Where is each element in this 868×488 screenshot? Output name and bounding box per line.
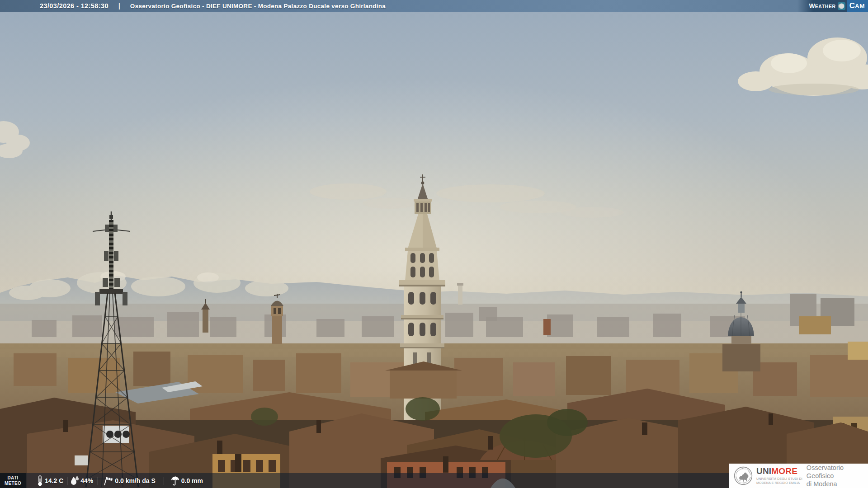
observatory-name-1: Osservatorio Geofisico — [807, 464, 868, 480]
globe-icon — [838, 2, 845, 10]
brand-uni: UNI — [756, 466, 771, 476]
temperature-value: 14.2 C — [45, 477, 63, 484]
dati-line1: DATI — [8, 475, 19, 481]
university-subtitle-2: MODENA E REGGIO EMILIA — [756, 481, 802, 485]
unimore-logo-box[interactable]: UNIMORE UNIVERSITÀ DEGLI STUDI DI MODENA… — [729, 464, 868, 488]
humidity-value: 44% — [80, 477, 93, 484]
observatory-name: Osservatorio Geofisico di Modena — [807, 464, 868, 488]
wind-reading: 0.0 km/h da S — [103, 475, 155, 486]
wind-value: 0.0 km/h da S — [115, 477, 155, 484]
top-info-bar: 23/03/2026 - 12:58:30 | Osservatorio Geo… — [0, 0, 868, 12]
windsock-icon — [103, 475, 113, 486]
divider — [164, 477, 164, 485]
cam-c: C — [849, 1, 855, 10]
university-subtitle-1: UNIVERSITÀ DEGLI STUDI DI — [756, 477, 802, 481]
observatory-name-2: di Modena — [807, 480, 868, 488]
brand-more: MORE — [771, 466, 797, 476]
unimore-wordmark: UNIMORE UNIVERSITÀ DEGLI STUDI DI MODENA… — [756, 467, 802, 485]
weathercam-cam-text: C AM — [847, 0, 868, 12]
humidity-drops-icon — [71, 476, 79, 486]
dati-line2: METEO — [5, 481, 21, 486]
thermometer-icon — [37, 475, 43, 486]
humidity-reading: 44% — [71, 476, 93, 486]
weathercam-logo[interactable]: W EATHER C AM — [797, 0, 868, 12]
unimore-seal-icon — [734, 466, 753, 485]
rain-reading: 0.0 mm — [171, 476, 203, 486]
page-title: Osservatorio Geofisico - DIEF UNIMORE - … — [130, 3, 386, 9]
weather-rest: EATHER — [815, 4, 836, 9]
weather-w: W — [809, 2, 815, 9]
divider — [67, 477, 67, 485]
dati-meteo-label: DATI METEO — [0, 473, 26, 488]
divider — [98, 477, 98, 485]
rain-value: 0.0 mm — [181, 477, 203, 484]
temperature-reading: 14.2 C — [37, 475, 63, 486]
datetime-label: 23/03/2026 - 12:58:30 — [40, 2, 108, 9]
cam-rest: AM — [855, 3, 865, 9]
weathercam-weather-text: W EATHER — [809, 2, 836, 9]
umbrella-icon — [171, 476, 179, 486]
webcam-photo — [0, 0, 868, 488]
separator: | — [118, 2, 120, 9]
webcam-page: 23/03/2026 - 12:58:30 | Osservatorio Geo… — [0, 0, 868, 488]
